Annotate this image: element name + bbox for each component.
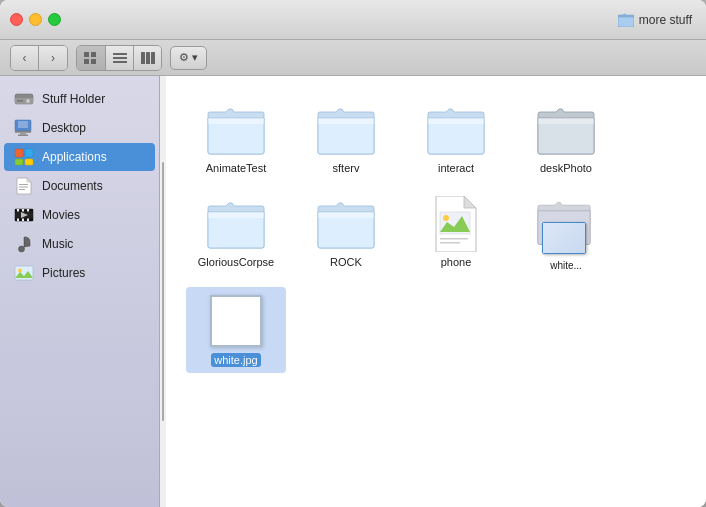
sidebar-label: Documents: [42, 179, 103, 193]
svg-point-39: [18, 269, 22, 273]
minimize-button[interactable]: [29, 13, 42, 26]
forward-icon: ›: [51, 51, 55, 65]
svg-point-42: [443, 215, 449, 221]
svg-rect-3: [91, 59, 96, 64]
documents-icon: [14, 176, 34, 196]
nav-buttons: ‹ ›: [10, 45, 68, 71]
svg-rect-30: [22, 209, 24, 212]
svg-rect-17: [20, 133, 26, 135]
desktop-icon: [14, 118, 34, 138]
file-item-sfterv[interactable]: sfterv: [296, 96, 396, 180]
folder-icon: [424, 102, 488, 158]
svg-rect-25: [19, 189, 25, 190]
sidebar-resize-handle[interactable]: [160, 76, 166, 507]
forward-button[interactable]: ›: [39, 46, 67, 70]
hdd-icon: [14, 89, 34, 109]
file-item-white-folder[interactable]: white...: [516, 190, 616, 277]
folder-with-image-icon: [534, 196, 598, 256]
sidebar-item-movies[interactable]: Movies: [4, 201, 155, 229]
folder-icon: [314, 102, 378, 158]
window-title-area: more stuff: [618, 13, 692, 27]
file-label: interact: [438, 162, 474, 174]
close-button[interactable]: [10, 13, 23, 26]
file-grid: AnimateTest sfterv: [186, 96, 686, 373]
folder-icon: [204, 102, 268, 158]
file-item-interact[interactable]: interact: [406, 96, 506, 180]
sidebar-item-music[interactable]: Music: [4, 230, 155, 258]
file-label: phone: [441, 256, 472, 268]
svg-rect-24: [19, 187, 28, 188]
file-label: white...: [550, 260, 582, 271]
file-label: deskPhoto: [540, 162, 592, 174]
toolbar: ‹ ›: [0, 40, 706, 76]
column-view-button[interactable]: [133, 46, 161, 70]
gear-icon: ⚙: [179, 51, 189, 64]
svg-rect-34: [27, 219, 29, 222]
maximize-button[interactable]: [48, 13, 61, 26]
svg-rect-45: [440, 242, 460, 244]
svg-rect-44: [440, 238, 468, 240]
svg-rect-1: [91, 52, 96, 57]
back-button[interactable]: ‹: [11, 46, 39, 70]
svg-rect-2: [84, 59, 89, 64]
svg-rect-9: [151, 52, 155, 64]
sidebar-item-pictures[interactable]: Pictures: [4, 259, 155, 287]
file-item-desk-photo[interactable]: deskPhoto: [516, 96, 616, 180]
sidebar: Stuff Holder Desktop: [0, 76, 160, 507]
svg-rect-37: [24, 241, 25, 247]
file-label: sfterv: [333, 162, 360, 174]
folder-icon: [534, 102, 598, 158]
svg-rect-13: [17, 100, 23, 102]
file-label: ROCK: [330, 256, 362, 268]
icon-view-icon: [84, 52, 98, 64]
sidebar-label: Desktop: [42, 121, 86, 135]
svg-rect-29: [17, 209, 19, 212]
list-view-button[interactable]: [105, 46, 133, 70]
file-area: AnimateTest sfterv: [166, 76, 706, 507]
file-item-glorious-corpse[interactable]: GloriousCorpse: [186, 190, 286, 277]
icon-view-button[interactable]: [77, 46, 105, 70]
traffic-lights: [10, 13, 61, 26]
title-folder-icon: [618, 13, 634, 27]
svg-rect-8: [146, 52, 150, 64]
sidebar-item-stuff-holder[interactable]: Stuff Holder: [4, 85, 155, 113]
sidebar-item-documents[interactable]: Documents: [4, 172, 155, 200]
svg-rect-0: [84, 52, 89, 57]
svg-rect-16: [15, 131, 31, 133]
file-item-phone[interactable]: phone: [406, 190, 506, 277]
applications-icon: [14, 147, 34, 167]
sidebar-label: Pictures: [42, 266, 85, 280]
image-icon: [204, 293, 268, 349]
file-label: white.jpg: [211, 353, 260, 367]
document-icon: [424, 196, 488, 252]
sidebar-label: Movies: [42, 208, 80, 222]
list-view-icon: [113, 52, 127, 64]
sidebar-item-desktop[interactable]: Desktop: [4, 114, 155, 142]
file-item-white-jpg[interactable]: white.jpg: [186, 287, 286, 373]
file-item-rock[interactable]: ROCK: [296, 190, 396, 277]
sidebar-item-applications[interactable]: Applications: [4, 143, 155, 171]
sidebar-label: Applications: [42, 150, 107, 164]
content-area: Stuff Holder Desktop: [0, 76, 706, 507]
svg-point-12: [26, 99, 30, 103]
column-view-icon: [141, 52, 155, 64]
svg-rect-7: [141, 52, 145, 64]
svg-rect-5: [113, 57, 127, 59]
pictures-icon: [14, 263, 34, 283]
back-icon: ‹: [23, 51, 27, 65]
svg-rect-15: [18, 121, 28, 128]
svg-rect-31: [27, 209, 29, 212]
sidebar-label: Music: [42, 237, 73, 251]
svg-rect-20: [25, 149, 33, 157]
folder-icon: [204, 196, 268, 252]
sidebar-label: Stuff Holder: [42, 92, 105, 106]
svg-rect-6: [113, 61, 127, 63]
action-button[interactable]: ⚙ ▾: [170, 46, 207, 70]
titlebar: more stuff: [0, 0, 706, 40]
svg-point-36: [19, 246, 25, 252]
file-label: GloriousCorpse: [198, 256, 274, 268]
folder-icon: [314, 196, 378, 252]
file-item-animate-test[interactable]: AnimateTest: [186, 96, 286, 180]
svg-rect-19: [15, 149, 23, 157]
svg-rect-23: [19, 184, 28, 185]
